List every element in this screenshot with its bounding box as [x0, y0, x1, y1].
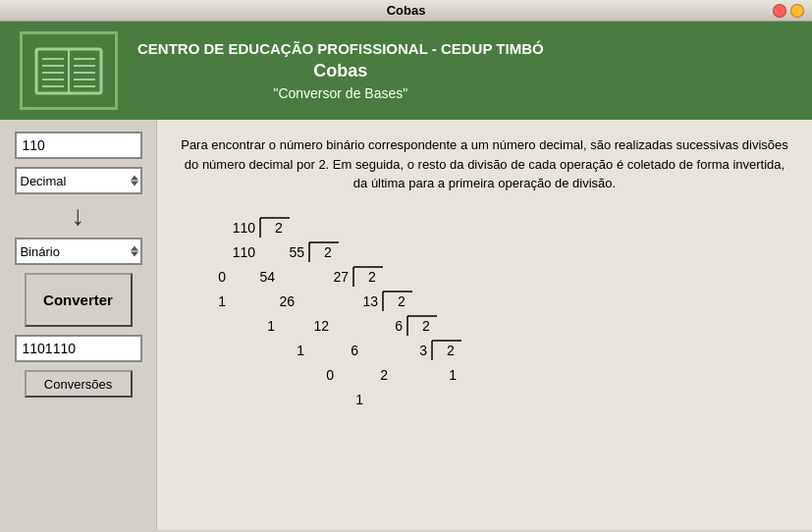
- svg-text:0: 0: [218, 269, 226, 285]
- conversoes-button[interactable]: Conversões: [25, 370, 133, 398]
- svg-text:0: 0: [326, 367, 334, 383]
- svg-text:2: 2: [368, 269, 376, 285]
- svg-text:1: 1: [449, 367, 457, 383]
- svg-text:3: 3: [419, 343, 427, 358]
- from-base-wrapper: Decimal Binário Octal Hexadecimal: [15, 167, 142, 194]
- svg-text:13: 13: [362, 293, 378, 309]
- logo: [20, 31, 118, 110]
- svg-text:27: 27: [333, 269, 349, 285]
- svg-text:6: 6: [351, 343, 358, 358]
- svg-text:1: 1: [267, 318, 275, 334]
- svg-text:2: 2: [447, 343, 455, 358]
- close-button[interactable]: [773, 4, 786, 18]
- svg-text:12: 12: [313, 318, 329, 334]
- convert-button[interactable]: Converter: [25, 273, 133, 327]
- title-bar: Cobas: [0, 0, 812, 22]
- svg-text:110: 110: [233, 220, 256, 236]
- to-base-wrapper: Binário Decimal Octal Hexadecimal: [15, 238, 142, 265]
- right-panel: Para encontrar o número binário correspo…: [157, 120, 812, 530]
- svg-text:2: 2: [380, 367, 388, 383]
- description-text: Para encontrar o número binário correspo…: [177, 135, 792, 193]
- window-title: Cobas: [387, 3, 426, 18]
- to-base-select[interactable]: Binário Decimal Octal Hexadecimal: [15, 238, 142, 265]
- left-panel: Decimal Binário Octal Hexadecimal ↓ Biná…: [0, 120, 157, 530]
- main-layout: Decimal Binário Octal Hexadecimal ↓ Biná…: [0, 120, 812, 530]
- direction-arrow-icon: ↓: [72, 202, 85, 230]
- svg-text:55: 55: [289, 244, 304, 260]
- svg-text:1: 1: [297, 343, 304, 358]
- svg-text:26: 26: [279, 293, 295, 309]
- svg-text:6: 6: [395, 318, 403, 334]
- svg-text:1: 1: [218, 293, 226, 309]
- output-number-field[interactable]: [15, 335, 142, 362]
- app-name-label: Cobas: [137, 61, 544, 81]
- header-text: CENTRO DE EDUCAÇÃO PROFISSIONAL - CEDUP …: [137, 40, 544, 101]
- svg-text:110: 110: [233, 244, 256, 260]
- svg-text:2: 2: [398, 293, 406, 309]
- subtitle-label: "Conversor de Bases": [137, 85, 544, 101]
- header: CENTRO DE EDUCAÇÃO PROFISSIONAL - CEDUP …: [0, 22, 812, 120]
- institution-label: CENTRO DE EDUCAÇÃO PROFISSIONAL - CEDUP …: [137, 40, 544, 57]
- svg-text:1: 1: [355, 392, 363, 407]
- svg-text:2: 2: [324, 244, 332, 260]
- division-diagram: 110 2 110 55 2 0 54 27 2 1 26: [177, 213, 792, 452]
- svg-text:2: 2: [422, 318, 430, 334]
- window-controls[interactable]: [773, 4, 804, 18]
- from-base-select[interactable]: Decimal Binário Octal Hexadecimal: [15, 167, 142, 194]
- input-number-field[interactable]: [15, 132, 142, 159]
- svg-text:54: 54: [259, 269, 275, 285]
- minimize-button[interactable]: [790, 4, 804, 18]
- svg-text:2: 2: [275, 220, 283, 236]
